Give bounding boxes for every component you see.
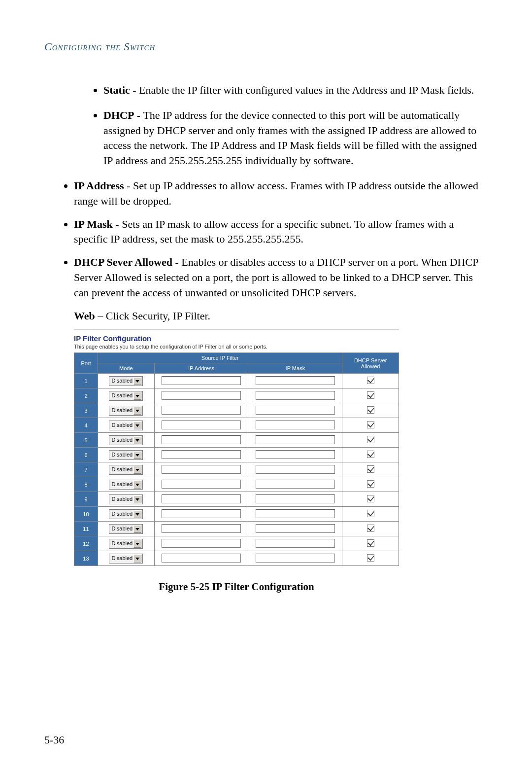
dhcp-allowed-cell xyxy=(342,536,399,551)
mode-select[interactable]: Disabled xyxy=(109,435,143,445)
ipaddress-cell xyxy=(154,536,248,551)
figure-caption: Figure 5-25 IP Filter Configuration xyxy=(74,581,399,593)
mode-select-value: Disabled xyxy=(111,555,133,561)
dhcp-allowed-checkbox[interactable] xyxy=(367,495,374,502)
ipaddress-input[interactable] xyxy=(162,421,241,429)
port-cell: 9 xyxy=(74,492,98,507)
mode-select[interactable]: Disabled xyxy=(109,465,143,475)
dhcp-allowed-checkbox[interactable] xyxy=(367,554,374,562)
ipmask-cell xyxy=(248,403,342,418)
chevron-down-icon xyxy=(133,392,141,400)
dhcp-allowed-checkbox[interactable] xyxy=(367,539,374,547)
ipaddress-input[interactable] xyxy=(162,465,241,474)
ipaddress-cell xyxy=(154,433,248,448)
dhcp-allowed-checkbox[interactable] xyxy=(367,406,374,414)
dhcp-allowed-cell xyxy=(342,507,399,522)
ipmask-input[interactable] xyxy=(256,421,335,429)
chevron-down-icon xyxy=(133,407,141,415)
dhcp-allowed-checkbox[interactable] xyxy=(367,436,374,443)
list-item: DHCP - The IP address for the device con… xyxy=(103,108,488,169)
port-cell: 12 xyxy=(74,536,98,551)
mode-select[interactable]: Disabled xyxy=(109,450,143,460)
ipmask-input[interactable] xyxy=(256,494,335,503)
ipmask-input[interactable] xyxy=(256,480,335,489)
ipaddress-cell xyxy=(154,522,248,536)
mode-select[interactable]: Disabled xyxy=(109,421,143,430)
outer-bullet-list: IP Address - Set up IP addresses to allo… xyxy=(74,178,488,301)
ipaddress-input[interactable] xyxy=(162,494,241,503)
ipmask-input[interactable] xyxy=(256,539,335,548)
ipmask-input[interactable] xyxy=(256,465,335,474)
chevron-down-icon xyxy=(133,466,141,474)
table-row: 1Disabled xyxy=(74,374,399,388)
ipaddress-input[interactable] xyxy=(162,435,241,444)
mode-cell: Disabled xyxy=(98,462,154,477)
dhcp-allowed-cell xyxy=(342,448,399,462)
ipmask-input[interactable] xyxy=(256,450,335,459)
chevron-down-icon xyxy=(133,510,141,518)
table-row: 3Disabled xyxy=(74,403,399,418)
mode-select-value: Disabled xyxy=(111,481,133,487)
ipaddress-input[interactable] xyxy=(162,509,241,518)
col-mode: Mode xyxy=(98,363,154,374)
mode-select-value: Disabled xyxy=(111,437,133,443)
ipaddress-input[interactable] xyxy=(162,376,241,385)
ipaddress-input[interactable] xyxy=(162,524,241,533)
mode-select[interactable]: Disabled xyxy=(109,391,143,401)
chevron-down-icon xyxy=(133,495,141,503)
dhcp-allowed-checkbox[interactable] xyxy=(367,391,374,399)
panel-title: IP Filter Configuration xyxy=(74,330,399,343)
mode-select[interactable]: Disabled xyxy=(109,494,143,504)
mode-cell: Disabled xyxy=(98,507,154,522)
table-row: 13Disabled xyxy=(74,551,399,566)
mode-cell: Disabled xyxy=(98,418,154,433)
ipmask-input[interactable] xyxy=(256,376,335,385)
ipaddress-input[interactable] xyxy=(162,554,241,563)
ipmask-input[interactable] xyxy=(256,524,335,533)
ipmask-cell xyxy=(248,492,342,507)
dhcp-allowed-checkbox[interactable] xyxy=(367,421,374,428)
dhcp-allowed-cell xyxy=(342,551,399,566)
chevron-down-icon xyxy=(133,555,141,563)
dhcp-allowed-cell xyxy=(342,388,399,403)
dhcp-allowed-cell xyxy=(342,433,399,448)
ipaddress-input[interactable] xyxy=(162,450,241,459)
ipaddress-cell xyxy=(154,448,248,462)
dhcp-allowed-checkbox[interactable] xyxy=(367,377,374,384)
col-dhcp: DHCP Server Allowed xyxy=(342,353,399,374)
ipmask-input[interactable] xyxy=(256,509,335,518)
port-cell: 4 xyxy=(74,418,98,433)
mode-cell: Disabled xyxy=(98,374,154,388)
dhcp-allowed-checkbox[interactable] xyxy=(367,480,374,488)
mode-select[interactable]: Disabled xyxy=(109,509,143,519)
ipmask-input[interactable] xyxy=(256,435,335,444)
ipmask-cell xyxy=(248,374,342,388)
ipmask-input[interactable] xyxy=(256,406,335,415)
port-cell: 11 xyxy=(74,522,98,536)
chevron-down-icon xyxy=(133,422,141,429)
mode-select[interactable]: Disabled xyxy=(109,554,143,563)
mode-cell: Disabled xyxy=(98,522,154,536)
mode-select[interactable]: Disabled xyxy=(109,406,143,416)
dhcp-allowed-checkbox[interactable] xyxy=(367,525,374,532)
col-ipaddress: IP Address xyxy=(154,363,248,374)
mode-select[interactable]: Disabled xyxy=(109,539,143,549)
ipaddress-input[interactable] xyxy=(162,539,241,548)
mode-select-value: Disabled xyxy=(111,540,133,546)
mode-select[interactable]: Disabled xyxy=(109,524,143,534)
mode-cell: Disabled xyxy=(98,403,154,418)
ipaddress-cell xyxy=(154,388,248,403)
ipmask-input[interactable] xyxy=(256,391,335,400)
mode-select[interactable]: Disabled xyxy=(109,376,143,386)
dhcp-allowed-checkbox[interactable] xyxy=(367,451,374,458)
table-row: 11Disabled xyxy=(74,522,399,536)
ipmask-input[interactable] xyxy=(256,554,335,563)
dhcp-allowed-checkbox[interactable] xyxy=(367,510,374,517)
mode-select[interactable]: Disabled xyxy=(109,480,143,490)
ipmask-cell xyxy=(248,388,342,403)
ipaddress-input[interactable] xyxy=(162,480,241,489)
mode-select-value: Disabled xyxy=(111,496,133,502)
ipaddress-input[interactable] xyxy=(162,406,241,415)
dhcp-allowed-checkbox[interactable] xyxy=(367,465,374,473)
ipaddress-input[interactable] xyxy=(162,391,241,400)
